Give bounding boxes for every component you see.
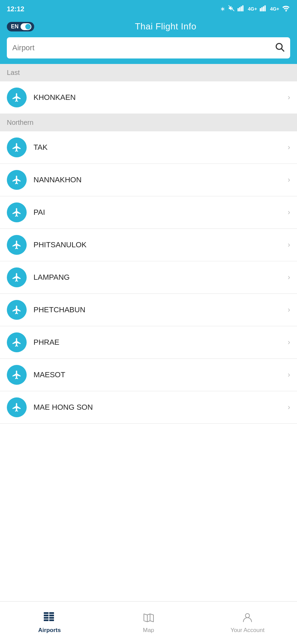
status-time: 12:12	[7, 5, 24, 13]
svg-rect-14	[44, 615, 49, 616]
signal2-icon	[260, 5, 267, 13]
plane-icon-nannakhon	[12, 175, 22, 185]
plane-icon-maesot	[12, 370, 22, 380]
status-icons: ∗ 4G+ 4G+	[220, 5, 290, 13]
airport-icon-lampang	[7, 267, 27, 287]
airport-item-maesot[interactable]: MAESOT ›	[0, 359, 297, 391]
svg-rect-2	[239, 7, 241, 11]
airport-name-maehongson: MAE HONG SON	[33, 403, 288, 412]
search-icon[interactable]	[274, 42, 285, 54]
wifi-icon	[282, 5, 290, 13]
mute-icon	[228, 5, 235, 13]
airport-item-tak[interactable]: TAK ›	[0, 131, 297, 164]
plane-icon-lampang	[12, 272, 22, 282]
airport-icon-phrae	[7, 332, 27, 352]
bluetooth-icon: ∗	[220, 5, 225, 13]
svg-rect-19	[49, 619, 54, 621]
map-icon	[143, 612, 154, 625]
plane-icon-phrae	[12, 337, 22, 347]
search-wrapper	[7, 37, 290, 58]
chevron-tak: ›	[288, 143, 290, 152]
language-toggle[interactable]: EN	[7, 22, 34, 31]
chevron-phetchabun: ›	[288, 305, 290, 314]
plane-icon-pai	[12, 207, 22, 218]
airport-name-tak: TAK	[33, 143, 288, 152]
airport-item-lampang[interactable]: LAMPANG ›	[0, 261, 297, 294]
airports-grid-icon	[44, 612, 55, 625]
chevron-nannakhon: ›	[288, 175, 290, 184]
bottom-nav: Airports Map Your Account	[0, 601, 297, 644]
airport-name-pai: PAI	[33, 208, 288, 217]
chevron-phitsanulok: ›	[288, 240, 290, 249]
svg-point-22	[245, 614, 249, 618]
chevron-maehongson: ›	[288, 403, 290, 412]
svg-rect-1	[238, 8, 239, 11]
airport-name-maesot: MAESOT	[33, 370, 288, 379]
airport-name-phrae: PHRAE	[33, 338, 288, 347]
section-last: Last	[0, 64, 297, 81]
airport-icon-khonkaen	[7, 88, 27, 107]
svg-rect-17	[49, 617, 54, 619]
plane-icon-maehongson	[12, 402, 22, 412]
status-bar: 12:12 ∗ 4G+	[0, 0, 297, 18]
nav-label-airports: Airports	[38, 627, 61, 634]
search-bar-container	[0, 37, 297, 64]
nav-label-map: Map	[143, 627, 154, 634]
svg-rect-4	[242, 5, 244, 11]
plane-icon-tak	[12, 142, 22, 153]
plane-icon-phetchabun	[12, 305, 22, 315]
nav-item-account[interactable]: Your Account	[198, 602, 297, 644]
airport-item-phrae[interactable]: PHRAE ›	[0, 326, 297, 359]
svg-rect-3	[241, 6, 242, 11]
airport-list: Last KHONKAEN › Northern TAK › NANNAKHON…	[0, 64, 297, 466]
airport-icon-phitsanulok	[7, 235, 27, 255]
airport-name-khonkaen: KHONKAEN	[33, 93, 288, 102]
svg-rect-8	[265, 5, 266, 11]
airport-name-phitsanulok: PHITSANULOK	[33, 240, 288, 249]
chevron-khonkaen: ›	[288, 93, 290, 102]
chevron-pai: ›	[288, 208, 290, 217]
svg-rect-5	[260, 8, 261, 11]
svg-rect-16	[44, 617, 49, 619]
plane-icon-phitsanulok	[12, 240, 22, 250]
4g-label: 4G+	[248, 6, 257, 12]
svg-point-9	[286, 11, 287, 12]
4g2-label: 4G+	[270, 6, 279, 12]
airport-icon-nannakhon	[7, 170, 27, 190]
airport-icon-phetchabun	[7, 300, 27, 320]
svg-line-11	[282, 49, 284, 51]
toggle-knob	[21, 23, 31, 30]
user-icon	[242, 612, 253, 625]
airport-item-phetchabun[interactable]: PHETCHABUN ›	[0, 294, 297, 326]
airport-icon-tak	[7, 137, 27, 157]
nav-item-airports[interactable]: Airports	[0, 602, 99, 644]
airport-icon-maesot	[7, 365, 27, 385]
chevron-lampang: ›	[288, 273, 290, 282]
airport-item-phitsanulok[interactable]: PHITSANULOK ›	[0, 229, 297, 261]
app-title: Thai Flight Info	[41, 21, 290, 32]
airport-name-phetchabun: PHETCHABUN	[33, 305, 288, 314]
svg-rect-6	[261, 7, 263, 11]
airport-item-khonkaen[interactable]: KHONKAEN ›	[0, 81, 297, 114]
airport-item-maehongson[interactable]: MAE HONG SON ›	[0, 391, 297, 424]
nav-item-map[interactable]: Map	[99, 602, 198, 644]
airport-icon-pai	[7, 202, 27, 222]
svg-rect-13	[49, 612, 54, 614]
plane-icon	[12, 92, 22, 103]
airport-icon-maehongson	[7, 397, 27, 417]
airport-item-pai[interactable]: PAI ›	[0, 196, 297, 229]
svg-rect-15	[49, 615, 54, 616]
svg-rect-18	[44, 619, 49, 621]
chevron-phrae: ›	[288, 338, 290, 347]
svg-rect-12	[44, 612, 49, 614]
chevron-maesot: ›	[288, 370, 290, 379]
nav-label-account: Your Account	[230, 627, 265, 634]
svg-rect-7	[263, 6, 264, 11]
app-header: EN Thai Flight Info	[0, 18, 297, 37]
signal1-icon	[238, 5, 245, 13]
airport-search-input[interactable]	[12, 43, 274, 52]
section-northern: Northern	[0, 114, 297, 131]
lang-label: EN	[11, 24, 18, 30]
airport-item-nannakhon[interactable]: NANNAKHON ›	[0, 164, 297, 196]
airport-name-lampang: LAMPANG	[33, 273, 288, 282]
